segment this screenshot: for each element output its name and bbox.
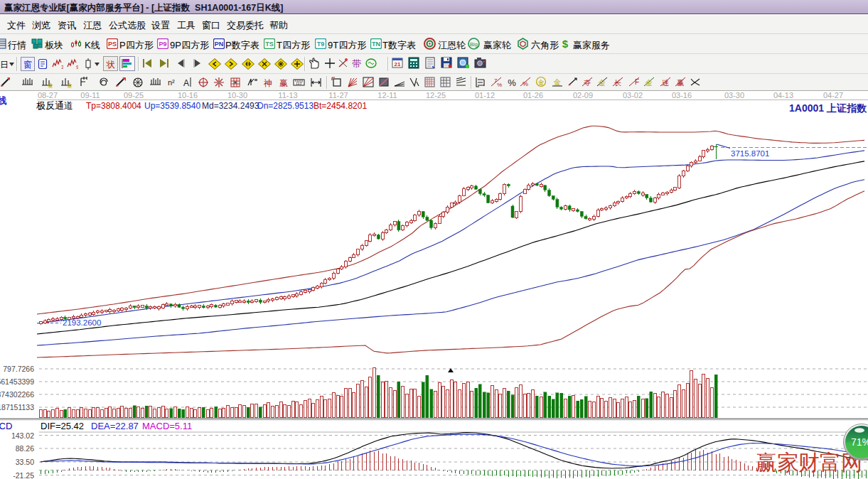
svg-text:TN: TN (372, 41, 380, 48)
svg-text:1A0001 上证指数: 1A0001 上证指数 (789, 102, 867, 114)
svg-text:11-13: 11-13 (278, 91, 297, 99)
svg-text:12-25: 12-25 (426, 91, 446, 99)
svg-text:TS: TS (265, 41, 274, 48)
svg-text:T9: T9 (317, 41, 325, 48)
svg-text:PN: PN (215, 41, 224, 48)
svg-text:MACD: MACD (0, 421, 12, 431)
svg-text:03-30: 03-30 (724, 91, 744, 99)
svg-text:01-12: 01-12 (475, 91, 495, 99)
svg-text:Md=3234.2493: Md=3234.2493 (202, 101, 259, 111)
svg-text:12-11: 12-11 (377, 91, 397, 99)
svg-text:金: 金 (47, 82, 53, 88)
svg-text:123: 123 (296, 81, 302, 85)
svg-text:03-02: 03-02 (623, 91, 643, 99)
svg-text:PS: PS (108, 41, 117, 48)
svg-text:187151133: 187151133 (0, 403, 34, 411)
svg-text:08-27: 08-27 (38, 91, 58, 99)
svg-text:9: 9 (76, 65, 78, 70)
svg-text:F: F (635, 78, 639, 86)
svg-text:$: $ (562, 38, 569, 50)
svg-text:Big: Big (470, 41, 478, 48)
svg-text:n²: n² (168, 78, 175, 87)
svg-text:金: 金 (645, 79, 653, 87)
svg-text:金: 金 (538, 79, 545, 86)
svg-text:10-30: 10-30 (227, 91, 247, 99)
svg-text:带: 带 (353, 58, 362, 69)
svg-text:02-09: 02-09 (573, 91, 593, 99)
svg-text:夺: 夺 (584, 79, 591, 87)
svg-text:3715.8701: 3715.8701 (731, 149, 769, 158)
svg-text:01-26: 01-26 (523, 91, 543, 99)
svg-text:Bt=2454.8201: Bt=2454.8201 (314, 101, 367, 111)
svg-text:DEA=22.87: DEA=22.87 (91, 421, 139, 431)
svg-text:金: 金 (66, 82, 73, 88)
svg-text:赢家财富网: 赢家财富网 (756, 451, 862, 474)
svg-text:11-27: 11-27 (328, 91, 348, 99)
svg-text:797.7266: 797.7266 (3, 365, 34, 373)
svg-text:长: 长 (614, 79, 621, 87)
svg-text:极反通道: 极反通道 (36, 100, 73, 111)
svg-text:-21.25: -21.25 (13, 471, 34, 479)
svg-text:09-25: 09-25 (124, 91, 144, 99)
svg-text:K线: K线 (0, 95, 6, 106)
svg-text:迷: 迷 (662, 79, 669, 87)
svg-text:金: 金 (553, 78, 561, 86)
svg-text:DIF=25.42: DIF=25.42 (41, 421, 84, 431)
svg-text:赢: 赢 (677, 79, 684, 87)
svg-text:04-13: 04-13 (773, 91, 793, 99)
svg-text:10-16: 10-16 (178, 91, 198, 99)
svg-text:09-11: 09-11 (80, 91, 100, 99)
svg-text:神: 神 (263, 78, 272, 88)
svg-text:%: % (523, 80, 528, 87)
svg-text:33.50: 33.50 (16, 458, 34, 466)
svg-text:Tp=3808.4004: Tp=3808.4004 (86, 101, 141, 111)
svg-text:374302266: 374302266 (0, 390, 34, 399)
svg-text:%: % (508, 77, 516, 88)
svg-text:Up=3539.8540: Up=3539.8540 (144, 101, 200, 111)
svg-text:状: 状 (106, 60, 115, 70)
svg-text:MACD=5.11: MACD=5.11 (142, 421, 192, 431)
svg-text:Dn=2825.9513: Dn=2825.9513 (257, 101, 314, 111)
svg-text:窗: 窗 (23, 60, 32, 70)
svg-text:88.26: 88.26 (16, 444, 34, 453)
svg-text:赢: 赢 (279, 78, 288, 88)
svg-text:3: 3 (61, 65, 63, 70)
svg-text:P9: P9 (159, 41, 166, 48)
svg-text:03-16: 03-16 (672, 91, 692, 99)
svg-text:04-27: 04-27 (823, 91, 843, 99)
svg-text:%: % (497, 82, 502, 88)
svg-text:561453399: 561453399 (0, 377, 34, 386)
svg-text:金: 金 (598, 79, 606, 87)
svg-text:143.02: 143.02 (11, 431, 34, 440)
svg-text:2193.2600: 2193.2600 (63, 318, 101, 327)
svg-text:71%: 71% (851, 436, 868, 448)
svg-text:A: A (183, 78, 189, 88)
svg-text:21: 21 (395, 61, 401, 68)
